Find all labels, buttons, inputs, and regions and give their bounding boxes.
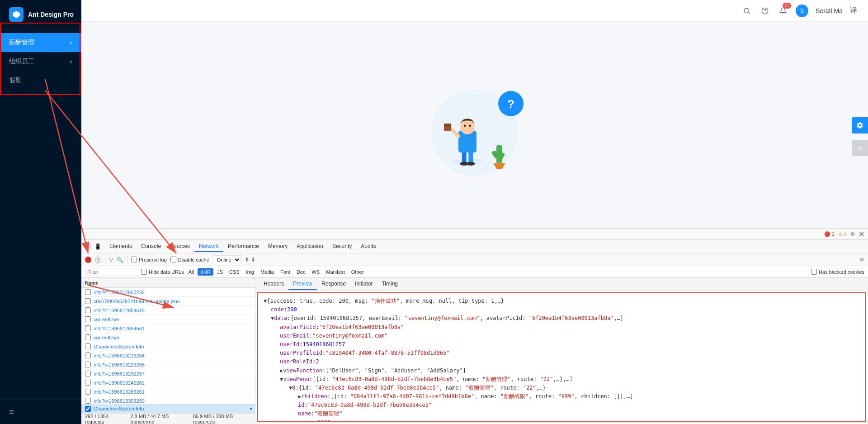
hamburger-icon[interactable]: ≡ bbox=[9, 407, 14, 416]
network-item[interactable]: ChameleonSystemInfo bbox=[81, 342, 255, 351]
blocked-cookies-checkbox[interactable]: Has blocked cookies bbox=[811, 269, 864, 275]
selected-network-item[interactable]: ChameleonSystemInfo ▼ bbox=[81, 404, 255, 413]
colon9: : bbox=[309, 375, 312, 384]
tab-elements[interactable]: Elements bbox=[105, 241, 137, 252]
code-val: 200 bbox=[287, 305, 297, 314]
json-root-line: ▼ {success: true, code: 200, msg: "操作成功"… bbox=[262, 297, 862, 305]
filter-img[interactable]: Img bbox=[243, 268, 257, 276]
colon11: : bbox=[327, 392, 330, 401]
user-name[interactable]: Serati Ma bbox=[816, 7, 843, 14]
disable-cache-input[interactable] bbox=[170, 257, 176, 262]
item-checkbox[interactable] bbox=[85, 371, 91, 376]
avatarPicId-val: "5f20ea1b4f63ae00013afb8a" bbox=[319, 323, 404, 332]
sidebar-item-attendance[interactable]: 假勤 bbox=[0, 71, 81, 90]
viewfunc-expand[interactable]: ▶ bbox=[280, 367, 283, 375]
devtools-settings-icon[interactable]: ⚙ bbox=[850, 231, 855, 237]
hide-data-urls-checkbox[interactable]: Hide data URLs bbox=[141, 269, 184, 275]
device-icon[interactable]: 📱 bbox=[94, 243, 101, 250]
item-checkbox[interactable] bbox=[85, 398, 91, 404]
network-item[interactable]: info?t=1596613245262 bbox=[81, 378, 255, 387]
download-icon[interactable]: ⬇ bbox=[251, 257, 255, 263]
viewmenu-expand[interactable]: ▼ bbox=[280, 375, 283, 384]
network-list-items[interactable]: info?t=1596012600232 c0c679f04b528241ba9… bbox=[81, 288, 255, 404]
network-item[interactable]: info?t=1596012600232 bbox=[81, 288, 255, 297]
data-expand[interactable]: ▼ bbox=[271, 314, 274, 323]
filter-js[interactable]: JS bbox=[214, 268, 226, 276]
preserve-log-input[interactable] bbox=[131, 257, 137, 262]
tab-audits[interactable]: Audits bbox=[356, 241, 380, 252]
hide-data-urls-input[interactable] bbox=[141, 269, 147, 275]
translate-icon[interactable]: 译 bbox=[850, 6, 857, 15]
colon7: : bbox=[312, 357, 316, 366]
tab-headers[interactable]: Headers bbox=[259, 278, 288, 290]
filter-doc[interactable]: Doc bbox=[294, 268, 308, 276]
svg-point-15 bbox=[464, 124, 466, 127]
network-item[interactable]: currentUser bbox=[81, 333, 255, 342]
network-item[interactable]: info?t=1596612654561 bbox=[81, 324, 255, 333]
sidebar-item-salary[interactable]: 薪酬管理 ∨ bbox=[0, 33, 81, 52]
settings-button[interactable] bbox=[852, 117, 868, 133]
item-checkbox[interactable] bbox=[85, 380, 91, 386]
disable-cache-checkbox[interactable]: Disable cache bbox=[170, 257, 209, 262]
search-icon[interactable]: 🔍 bbox=[117, 257, 123, 263]
tab-memory[interactable]: Memory bbox=[264, 241, 292, 252]
filter-other[interactable]: Other bbox=[349, 268, 367, 276]
network-item[interactable]: info?t=1596613303259 bbox=[81, 396, 255, 404]
item-checkbox[interactable] bbox=[85, 316, 91, 322]
filter-xhr[interactable]: XHR bbox=[198, 268, 213, 276]
network-item[interactable]: info?t=1596613223256 bbox=[81, 360, 255, 369]
tab-timing[interactable]: Timing bbox=[377, 278, 402, 290]
filter-css[interactable]: CSS bbox=[226, 268, 242, 276]
filter-all[interactable]: All bbox=[186, 268, 197, 276]
tab-sources[interactable]: Sources bbox=[165, 241, 194, 252]
tab-network[interactable]: Network bbox=[194, 241, 223, 252]
filter-manifest[interactable]: Manifest bbox=[323, 268, 348, 276]
tab-security[interactable]: Security bbox=[328, 241, 356, 252]
tab-performance[interactable]: Performance bbox=[223, 241, 264, 252]
notification-button[interactable]: 11 bbox=[778, 5, 788, 16]
expand-icon[interactable]: ▼ bbox=[264, 297, 267, 305]
network-item[interactable]: info?t=1596613216264 bbox=[81, 351, 255, 360]
item-checkbox[interactable] bbox=[85, 307, 91, 313]
vm0-expand[interactable]: ▼ bbox=[289, 384, 292, 392]
inspect-icon[interactable]: ⬚ bbox=[85, 243, 92, 250]
item-checkbox[interactable] bbox=[85, 298, 91, 304]
filter-input[interactable] bbox=[85, 268, 139, 276]
question-icon[interactable] bbox=[760, 5, 770, 16]
item-checkbox[interactable] bbox=[85, 343, 91, 349]
network-item[interactable]: info?t=1596613266261 bbox=[81, 387, 255, 396]
toolbar-settings-icon[interactable]: ⚙ bbox=[859, 257, 864, 263]
throttle-select[interactable]: Online bbox=[213, 255, 241, 264]
scroll-button[interactable]: ⊙ bbox=[852, 140, 868, 156]
tab-console[interactable]: Console bbox=[137, 241, 165, 252]
filter-font[interactable]: Font bbox=[278, 268, 293, 276]
children-expand[interactable]: ▶ bbox=[298, 392, 301, 401]
filter-ws[interactable]: WS bbox=[309, 268, 322, 276]
record-button[interactable] bbox=[85, 257, 91, 263]
preserve-log-checkbox[interactable]: Preserve log bbox=[131, 257, 167, 262]
tab-initiator[interactable]: Initiator bbox=[350, 278, 377, 290]
upload-icon[interactable]: ⬆ bbox=[245, 257, 249, 263]
filter-icon[interactable]: ▽ bbox=[109, 257, 113, 263]
item-checkbox[interactable] bbox=[85, 353, 91, 358]
item-checkbox[interactable] bbox=[85, 325, 91, 331]
search-icon[interactable] bbox=[741, 5, 752, 16]
item-checkbox[interactable] bbox=[85, 362, 91, 367]
filter-media[interactable]: Media bbox=[258, 268, 277, 276]
blocked-cookies-input[interactable] bbox=[811, 269, 817, 275]
item-checkbox[interactable] bbox=[85, 406, 91, 412]
svg-point-1 bbox=[744, 8, 749, 13]
network-item[interactable]: c0c679f04b528241ba9.hot-update.json bbox=[81, 297, 255, 306]
network-item[interactable]: currentUser bbox=[81, 315, 255, 324]
item-checkbox[interactable] bbox=[85, 289, 91, 295]
clear-button[interactable]: ⊘ bbox=[95, 257, 101, 263]
item-checkbox[interactable] bbox=[85, 334, 91, 340]
tab-application[interactable]: Application bbox=[292, 241, 328, 252]
item-checkbox[interactable] bbox=[85, 389, 91, 395]
tab-response[interactable]: Response bbox=[317, 278, 350, 290]
tab-preview[interactable]: Preview bbox=[288, 278, 317, 290]
network-item[interactable]: info?t=1596613232257 bbox=[81, 369, 255, 378]
devtools-close-icon[interactable]: ✕ bbox=[859, 230, 864, 238]
network-item[interactable]: info?t=1596612654518 bbox=[81, 306, 255, 315]
sidebar-item-org[interactable]: 组织员工 ∨ bbox=[0, 52, 81, 71]
